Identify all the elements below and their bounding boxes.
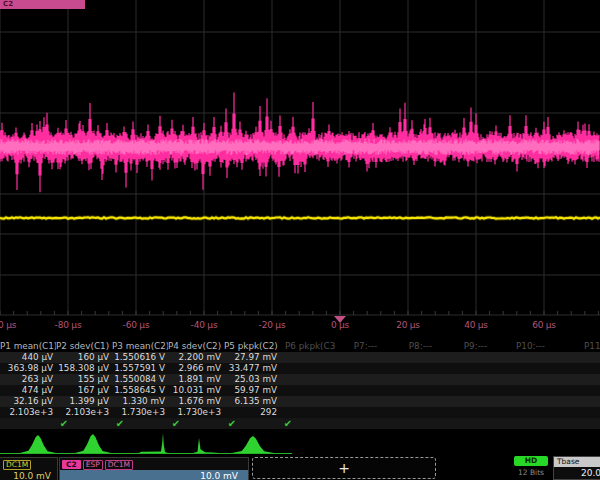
- measurement-column-header-disabled: P8:---: [397, 341, 447, 352]
- measurement-value-cell: 292: [224, 407, 280, 418]
- c2-esp-badge: ESP: [83, 460, 103, 470]
- measurement-value-cell: 2.103e+3: [56, 407, 112, 418]
- measurement-value-cell: 27.97 mV: [224, 352, 280, 363]
- measurement-column-header: P5 pkpk(C2): [224, 341, 280, 352]
- measurement-value-cell: 1.558645 V: [112, 385, 168, 396]
- measurement-value-cell: 1.550616 V: [112, 352, 168, 363]
- measurement-value-cell: 1.676 mV: [168, 396, 224, 407]
- measurement-stat-row: 440 µV160 µV1.550616 V2.200 mV27.97 mV: [0, 352, 600, 363]
- measurement-column-header: P3 mean(C2): [112, 341, 168, 352]
- add-trace-button[interactable]: +: [252, 457, 436, 479]
- histicon: [139, 433, 168, 453]
- measurement-value-cell: 33.477 mV: [224, 363, 280, 374]
- measurement-value-cell: 59.97 mV: [224, 385, 280, 396]
- measurement-status-check: ✔: [224, 418, 240, 429]
- measurement-value-cell: 32.16 µV: [0, 396, 56, 407]
- measurement-column-header-disabled: P6 pkpk(C3): [285, 341, 335, 352]
- trigger-position-marker[interactable]: [334, 316, 346, 323]
- histicon: [232, 436, 274, 453]
- measurement-column-header-disabled: P9:---: [452, 341, 502, 352]
- measurement-value-cell: 363.98 µV: [0, 363, 56, 374]
- measurement-column-header-disabled: P11:---: [575, 341, 600, 352]
- time-axis-tick-label: -80 µs: [38, 320, 98, 330]
- measurement-value-cell: 1.557591 V: [112, 363, 168, 374]
- measurement-status-check: ✔: [56, 418, 72, 429]
- histicon: [193, 438, 219, 453]
- measurement-status-row: ✔✔✔✔✔: [0, 418, 600, 429]
- measurement-value-cell: 1.550084 V: [112, 374, 168, 385]
- oscilloscope-screen: C2 -100 µs-80 µs-60 µs-40 µs-20 µs0 µs20…: [0, 0, 600, 480]
- measurement-value-cell: 10.031 mV: [168, 385, 224, 396]
- measurement-column-header-disabled: P7:---: [342, 341, 392, 352]
- measurement-value-cell: 1.891 mV: [168, 374, 224, 385]
- measurement-value-cell: 1.330 mV: [112, 396, 168, 407]
- measurement-column-header: P1 mean(C1): [0, 341, 56, 352]
- measurement-status-check: ✔: [168, 418, 184, 429]
- time-axis-tick-label: -60 µs: [106, 320, 166, 330]
- measurement-column-header: P4 sdev(C2): [168, 341, 224, 352]
- measurement-value-cell: 160 µV: [56, 352, 112, 363]
- timebase-descriptor[interactable]: Tbase 20.0 µs: [553, 456, 600, 480]
- time-axis-tick-label: -40 µs: [174, 320, 234, 330]
- measurement-value-cell: 2.103e+3: [0, 407, 56, 418]
- measurement-value-cell: 440 µV: [0, 352, 56, 363]
- c1-waveform: [0, 217, 600, 218]
- c2-waveform: [0, 92, 599, 192]
- c1-coupling-badge: DC1M: [3, 460, 31, 470]
- measurement-column-header: P2 sdev(C1): [56, 341, 112, 352]
- histicon: [20, 435, 56, 453]
- waveform-grid: [0, 0, 600, 318]
- measurement-value-cell: 2.200 mV: [168, 352, 224, 363]
- time-axis-tick-label: -20 µs: [242, 320, 302, 330]
- timebase-value: 20.0 µs: [554, 467, 600, 480]
- measurement-value-cell: 1.399 µV: [56, 396, 112, 407]
- time-axis-tick-label: 40 µs: [446, 320, 506, 330]
- measurement-value-cell: 167 µV: [56, 385, 112, 396]
- measurement-value-cell: 158.308 µV: [56, 363, 112, 374]
- c2-channel-badge: C2: [62, 460, 81, 469]
- c2-scale-value: 10.0 mV: [60, 470, 248, 480]
- measurement-column-header-disabled: P10:---: [507, 341, 557, 352]
- channel-c2-descriptor[interactable]: C2 ESP DC1M 10.0 mV: [59, 457, 249, 480]
- measurement-value-cell: 263 µV: [0, 374, 56, 385]
- measurement-value-cell: 1.730e+3: [112, 407, 168, 418]
- c2-coupling-badge: DC1M: [105, 460, 133, 470]
- hd-bits-label: 12 Bits: [510, 468, 552, 477]
- c1-scale-value: 10.0 mV: [0, 470, 57, 480]
- measurement-status-check: ✔: [280, 418, 296, 429]
- measurement-stat-row: 32.16 µV1.399 µV1.330 mV1.676 mV6.135 mV: [0, 396, 600, 407]
- measurement-value-cell: 155 µV: [56, 374, 112, 385]
- measurement-stat-row: 363.98 µV158.308 µV1.557591 V2.966 mV33.…: [0, 363, 600, 374]
- trace-label-c2[interactable]: C2: [0, 0, 85, 9]
- measurement-stat-row: 263 µV155 µV1.550084 V1.891 mV25.03 mV: [0, 374, 600, 385]
- measurement-header-row: P1 mean(C1)P2 sdev(C1)P3 mean(C2)P4 sdev…: [0, 341, 600, 352]
- timebase-title: Tbase: [554, 457, 600, 467]
- measurement-stat-row: 2.103e+32.103e+31.730e+31.730e+3292: [0, 407, 600, 418]
- measurement-value-cell: 6.135 mV: [224, 396, 280, 407]
- measurement-value-cell: 25.03 mV: [224, 374, 280, 385]
- histicon-row: [0, 429, 600, 455]
- measurement-value-cell: 1.730e+3: [168, 407, 224, 418]
- hd-mode-badge: HD: [514, 456, 548, 466]
- measurement-stat-row: 474 µV167 µV1.558645 V10.031 mV59.97 mV: [0, 385, 600, 396]
- measurement-table: P1 mean(C1)P2 sdev(C1)P3 mean(C2)P4 sdev…: [0, 341, 600, 430]
- measurement-value-cell: 2.966 mV: [168, 363, 224, 374]
- histicon: [75, 434, 111, 453]
- time-axis-tick-label: 20 µs: [378, 320, 438, 330]
- measurement-value-cell: 474 µV: [0, 385, 56, 396]
- time-axis-tick-label: 60 µs: [514, 320, 574, 330]
- measurement-status-check: ✔: [112, 418, 128, 429]
- channel-c1-descriptor[interactable]: DC1M 10.0 mV: [0, 457, 58, 480]
- time-axis-tick-label: -100 µs: [0, 320, 30, 330]
